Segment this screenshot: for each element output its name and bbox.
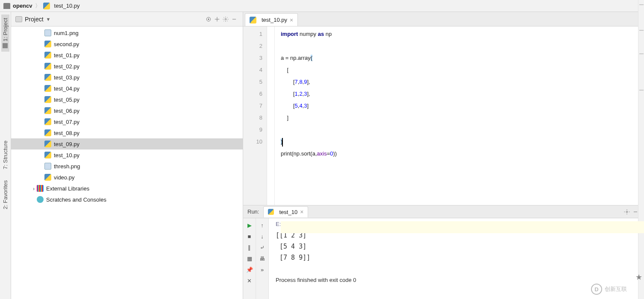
- code-line-1[interactable]: import numpy as np: [281, 28, 644, 40]
- rail-project-label: 1: Project: [2, 18, 9, 41]
- project-tree[interactable]: num1.pngsecond.pytest_01.pytest_02.pytes…: [11, 26, 243, 299]
- tree-file-label: test_01.py: [54, 52, 79, 59]
- tree-file-label: test_03.py: [54, 74, 79, 81]
- run-down-icon[interactable]: ↓: [259, 233, 266, 240]
- editor-tabs: test_10.py ×: [243, 12, 644, 26]
- rail-favorites[interactable]: 2: Favorites: [1, 177, 9, 213]
- rail-structure-label: 7: Structure: [2, 141, 9, 169]
- tree-file-test_10-py[interactable]: test_10.py: [11, 150, 243, 161]
- code-line-3[interactable]: a = np.array(: [281, 52, 644, 64]
- editor-tab-label: test_10.py: [262, 17, 287, 23]
- tree-file-test_01-py[interactable]: test_01.py: [11, 50, 243, 61]
- py-file-icon: [44, 129, 51, 136]
- close-icon[interactable]: ×: [300, 209, 303, 215]
- project-settings-icon[interactable]: [221, 15, 230, 23]
- tree-file-label: test_04.py: [54, 85, 79, 92]
- code-line-5[interactable]: [7,8,9],: [281, 76, 644, 88]
- py-file-icon: [44, 52, 51, 59]
- run-panel: Run: test_10 × ▶ ■ ‖ ▦: [243, 205, 644, 299]
- run-up-icon[interactable]: ↑: [259, 222, 266, 229]
- tree-file-test_05-py[interactable]: test_05.py: [11, 94, 243, 105]
- run-tool-col-1: ▶ ■ ‖ ▦ 📌 ✕: [243, 218, 256, 299]
- project-rail-icon: [3, 43, 8, 48]
- tree-file-video-py[interactable]: video.py: [11, 172, 243, 183]
- breadcrumb-sep: 〉: [35, 2, 41, 10]
- rail-structure[interactable]: 7: Structure: [1, 137, 9, 173]
- svg-point-1: [208, 18, 209, 19]
- tree-file-label: test_06.py: [54, 108, 79, 114]
- py-file-icon: [44, 152, 51, 158]
- close-icon[interactable]: ×: [290, 17, 293, 23]
- py-file-icon: [44, 96, 51, 103]
- fold-strip: [267, 26, 275, 205]
- run-wrap-icon[interactable]: ⤶: [259, 244, 266, 251]
- breadcrumb-folder[interactable]: opencv: [3, 3, 32, 9]
- run-settings-icon[interactable]: [623, 208, 631, 216]
- editor-area: test_10.py × 12345678910 import numpy as…: [243, 12, 644, 299]
- project-view-icon: [15, 16, 22, 22]
- run-tab[interactable]: test_10 ×: [263, 206, 308, 217]
- run-play-icon[interactable]: ▶: [246, 222, 253, 229]
- run-print-icon[interactable]: 🖶: [259, 255, 266, 262]
- code-line-9[interactable]: ): [281, 136, 644, 148]
- py-file-icon: [44, 63, 51, 70]
- tree-file-test_03-py[interactable]: test_03.py: [11, 72, 243, 83]
- left-tool-rail: 1: Project 7: Structure 2: Favorites: [0, 12, 11, 299]
- tree-file-test_02-py[interactable]: test_02.py: [11, 61, 243, 72]
- run-pin-icon[interactable]: 📌: [246, 266, 253, 273]
- run-more-icon[interactable]: »: [259, 266, 266, 273]
- breadcrumb-file-label: test_10.py: [54, 3, 80, 9]
- code-line-6[interactable]: [1,2,3],: [281, 88, 644, 100]
- tree-file-label: video.py: [54, 174, 74, 181]
- tree-file-label: second.py: [54, 41, 79, 47]
- tree-external-libraries[interactable]: ›External Libraries: [11, 183, 243, 194]
- python-file-icon: [268, 209, 274, 215]
- code-line-10[interactable]: print(np.sort(a,axis=0)): [281, 148, 644, 160]
- code-line-8[interactable]: ]: [281, 112, 644, 124]
- chevron-blank: [31, 196, 37, 203]
- favorite-star-icon[interactable]: ★: [635, 273, 642, 282]
- run-tab-label: test_10: [279, 209, 297, 215]
- python-file-icon: [250, 17, 256, 23]
- run-close-icon[interactable]: ✕: [246, 277, 253, 284]
- tree-file-second-py[interactable]: second.py: [11, 38, 243, 50]
- tree-file-test_06-py[interactable]: test_06.py: [11, 105, 243, 116]
- rail-project[interactable]: 1: Project: [1, 15, 9, 52]
- tree-file-label: test_09.py: [54, 141, 79, 147]
- project-title[interactable]: Project: [25, 16, 44, 23]
- tree-file-label: test_05.py: [54, 97, 79, 103]
- breadcrumb-file[interactable]: test_10.py: [43, 3, 80, 9]
- tree-file-test_07-py[interactable]: test_07.py: [11, 116, 243, 127]
- tree-file-test_08-py[interactable]: test_08.py: [11, 127, 243, 138]
- tree-file-label: test_10.py: [54, 152, 79, 158]
- code-editor[interactable]: 12345678910 import numpy as np a = np.ar…: [243, 26, 644, 205]
- project-expand-icon[interactable]: [213, 15, 221, 23]
- libraries-icon: [37, 185, 44, 192]
- py-file-icon: [44, 174, 51, 181]
- editor-tab-test10[interactable]: test_10.py ×: [245, 13, 298, 26]
- tree-file-label: test_02.py: [54, 63, 79, 70]
- code-line-7[interactable]: [5,4,3]: [281, 100, 644, 112]
- tree-file-thresh-png[interactable]: thresh.png: [11, 161, 243, 172]
- project-hide-icon[interactable]: [230, 15, 238, 23]
- tree-file-test_04-py[interactable]: test_04.py: [11, 83, 243, 94]
- run-pause-icon[interactable]: ‖: [246, 244, 253, 251]
- code-line-4[interactable]: [: [281, 64, 644, 76]
- py-file-icon: [44, 74, 51, 81]
- tree-file-label: num1.png: [54, 30, 79, 36]
- tree-scratches[interactable]: Scratches and Consoles: [11, 194, 243, 205]
- run-stop-icon[interactable]: ■: [246, 233, 253, 240]
- project-dropdown-icon[interactable]: ▼: [46, 17, 51, 22]
- py-file-icon: [44, 85, 51, 92]
- py-file-icon: [44, 107, 51, 114]
- tree-label: External Libraries: [46, 185, 89, 192]
- run-layout-icon[interactable]: ▦: [246, 255, 253, 262]
- tree-file-num1-png[interactable]: num1.png: [11, 27, 243, 38]
- run-header: Run: test_10 ×: [243, 205, 644, 218]
- code-line-2[interactable]: [281, 40, 644, 52]
- tree-file-test_09-py[interactable]: test_09.py: [11, 138, 243, 150]
- run-label: Run:: [247, 208, 259, 215]
- code-content[interactable]: import numpy as np a = np.array( [ [7,8,…: [275, 26, 644, 205]
- project-locate-icon[interactable]: [204, 15, 213, 23]
- breadcrumb: opencv 〉 test_10.py: [0, 0, 644, 12]
